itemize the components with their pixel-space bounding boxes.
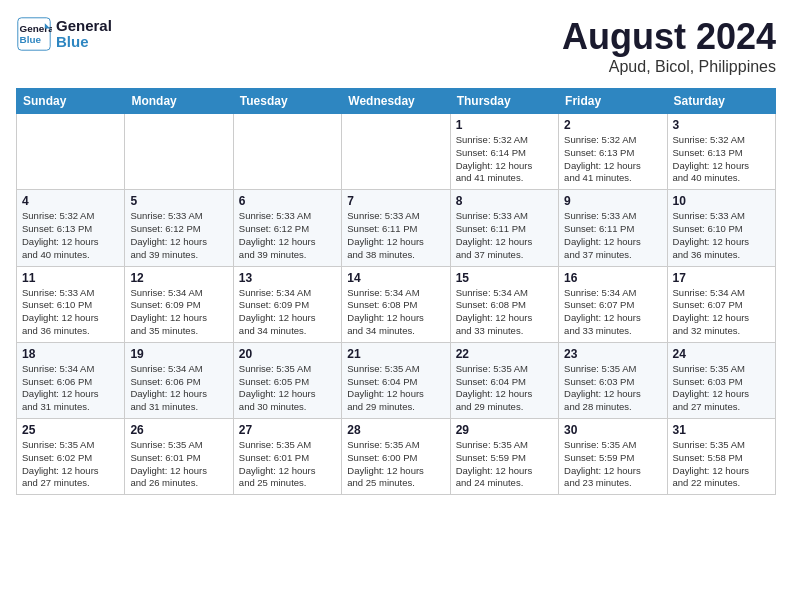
weekday-header-saturday: Saturday — [667, 89, 775, 114]
day-number: 30 — [564, 423, 661, 437]
svg-text:Blue: Blue — [20, 34, 42, 45]
logo-icon: General Blue — [16, 16, 52, 52]
day-info: Sunrise: 5:34 AMSunset: 6:06 PMDaylight:… — [22, 363, 119, 414]
day-number: 26 — [130, 423, 227, 437]
day-number: 21 — [347, 347, 444, 361]
day-info: Sunrise: 5:33 AMSunset: 6:12 PMDaylight:… — [130, 210, 227, 261]
day-number: 6 — [239, 194, 336, 208]
day-info: Sunrise: 5:34 AMSunset: 6:09 PMDaylight:… — [130, 287, 227, 338]
calendar-cell: 8Sunrise: 5:33 AMSunset: 6:11 PMDaylight… — [450, 190, 558, 266]
calendar-week-3: 11Sunrise: 5:33 AMSunset: 6:10 PMDayligh… — [17, 266, 776, 342]
day-info: Sunrise: 5:35 AMSunset: 5:58 PMDaylight:… — [673, 439, 770, 490]
calendar-cell: 21Sunrise: 5:35 AMSunset: 6:04 PMDayligh… — [342, 342, 450, 418]
day-number: 29 — [456, 423, 553, 437]
day-info: Sunrise: 5:35 AMSunset: 6:03 PMDaylight:… — [564, 363, 661, 414]
calendar-cell: 11Sunrise: 5:33 AMSunset: 6:10 PMDayligh… — [17, 266, 125, 342]
month-year: August 2024 — [562, 16, 776, 58]
day-info: Sunrise: 5:34 AMSunset: 6:08 PMDaylight:… — [347, 287, 444, 338]
day-number: 25 — [22, 423, 119, 437]
logo-line2: Blue — [56, 34, 112, 51]
day-number: 7 — [347, 194, 444, 208]
day-number: 8 — [456, 194, 553, 208]
weekday-header-thursday: Thursday — [450, 89, 558, 114]
logo: General Blue General Blue — [16, 16, 112, 52]
day-info: Sunrise: 5:35 AMSunset: 6:02 PMDaylight:… — [22, 439, 119, 490]
day-number: 16 — [564, 271, 661, 285]
day-info: Sunrise: 5:33 AMSunset: 6:10 PMDaylight:… — [673, 210, 770, 261]
day-info: Sunrise: 5:35 AMSunset: 5:59 PMDaylight:… — [456, 439, 553, 490]
calendar-cell: 5Sunrise: 5:33 AMSunset: 6:12 PMDaylight… — [125, 190, 233, 266]
calendar-cell: 9Sunrise: 5:33 AMSunset: 6:11 PMDaylight… — [559, 190, 667, 266]
day-number: 11 — [22, 271, 119, 285]
page-header: General Blue General Blue August 2024 Ap… — [16, 16, 776, 76]
calendar-cell: 17Sunrise: 5:34 AMSunset: 6:07 PMDayligh… — [667, 266, 775, 342]
weekday-header-monday: Monday — [125, 89, 233, 114]
calendar-cell: 14Sunrise: 5:34 AMSunset: 6:08 PMDayligh… — [342, 266, 450, 342]
calendar-cell: 20Sunrise: 5:35 AMSunset: 6:05 PMDayligh… — [233, 342, 341, 418]
day-info: Sunrise: 5:34 AMSunset: 6:07 PMDaylight:… — [673, 287, 770, 338]
calendar-cell: 6Sunrise: 5:33 AMSunset: 6:12 PMDaylight… — [233, 190, 341, 266]
calendar-cell: 31Sunrise: 5:35 AMSunset: 5:58 PMDayligh… — [667, 419, 775, 495]
calendar-week-1: 1Sunrise: 5:32 AMSunset: 6:14 PMDaylight… — [17, 114, 776, 190]
day-number: 4 — [22, 194, 119, 208]
day-number: 17 — [673, 271, 770, 285]
calendar-cell: 13Sunrise: 5:34 AMSunset: 6:09 PMDayligh… — [233, 266, 341, 342]
weekday-header-sunday: Sunday — [17, 89, 125, 114]
day-number: 14 — [347, 271, 444, 285]
day-info: Sunrise: 5:34 AMSunset: 6:08 PMDaylight:… — [456, 287, 553, 338]
day-info: Sunrise: 5:35 AMSunset: 6:05 PMDaylight:… — [239, 363, 336, 414]
day-info: Sunrise: 5:34 AMSunset: 6:07 PMDaylight:… — [564, 287, 661, 338]
day-number: 15 — [456, 271, 553, 285]
day-number: 3 — [673, 118, 770, 132]
day-number: 31 — [673, 423, 770, 437]
day-number: 28 — [347, 423, 444, 437]
day-number: 5 — [130, 194, 227, 208]
calendar-cell — [342, 114, 450, 190]
calendar-cell: 2Sunrise: 5:32 AMSunset: 6:13 PMDaylight… — [559, 114, 667, 190]
day-info: Sunrise: 5:33 AMSunset: 6:11 PMDaylight:… — [347, 210, 444, 261]
calendar-cell: 19Sunrise: 5:34 AMSunset: 6:06 PMDayligh… — [125, 342, 233, 418]
calendar-cell: 4Sunrise: 5:32 AMSunset: 6:13 PMDaylight… — [17, 190, 125, 266]
calendar-cell: 23Sunrise: 5:35 AMSunset: 6:03 PMDayligh… — [559, 342, 667, 418]
calendar-week-4: 18Sunrise: 5:34 AMSunset: 6:06 PMDayligh… — [17, 342, 776, 418]
day-info: Sunrise: 5:35 AMSunset: 6:04 PMDaylight:… — [456, 363, 553, 414]
calendar-cell: 3Sunrise: 5:32 AMSunset: 6:13 PMDaylight… — [667, 114, 775, 190]
day-info: Sunrise: 5:35 AMSunset: 6:01 PMDaylight:… — [130, 439, 227, 490]
day-number: 10 — [673, 194, 770, 208]
day-number: 1 — [456, 118, 553, 132]
calendar-cell: 29Sunrise: 5:35 AMSunset: 5:59 PMDayligh… — [450, 419, 558, 495]
day-info: Sunrise: 5:35 AMSunset: 6:00 PMDaylight:… — [347, 439, 444, 490]
day-info: Sunrise: 5:34 AMSunset: 6:06 PMDaylight:… — [130, 363, 227, 414]
calendar-cell: 24Sunrise: 5:35 AMSunset: 6:03 PMDayligh… — [667, 342, 775, 418]
calendar-cell: 30Sunrise: 5:35 AMSunset: 5:59 PMDayligh… — [559, 419, 667, 495]
day-info: Sunrise: 5:32 AMSunset: 6:14 PMDaylight:… — [456, 134, 553, 185]
day-info: Sunrise: 5:33 AMSunset: 6:11 PMDaylight:… — [564, 210, 661, 261]
day-number: 23 — [564, 347, 661, 361]
day-info: Sunrise: 5:32 AMSunset: 6:13 PMDaylight:… — [673, 134, 770, 185]
day-number: 20 — [239, 347, 336, 361]
day-info: Sunrise: 5:33 AMSunset: 6:11 PMDaylight:… — [456, 210, 553, 261]
svg-text:General: General — [20, 23, 52, 34]
day-info: Sunrise: 5:35 AMSunset: 6:03 PMDaylight:… — [673, 363, 770, 414]
day-number: 27 — [239, 423, 336, 437]
calendar-week-5: 25Sunrise: 5:35 AMSunset: 6:02 PMDayligh… — [17, 419, 776, 495]
calendar-cell: 16Sunrise: 5:34 AMSunset: 6:07 PMDayligh… — [559, 266, 667, 342]
calendar-cell: 26Sunrise: 5:35 AMSunset: 6:01 PMDayligh… — [125, 419, 233, 495]
day-info: Sunrise: 5:33 AMSunset: 6:10 PMDaylight:… — [22, 287, 119, 338]
logo-line1: General — [56, 18, 112, 35]
day-info: Sunrise: 5:34 AMSunset: 6:09 PMDaylight:… — [239, 287, 336, 338]
day-info: Sunrise: 5:35 AMSunset: 5:59 PMDaylight:… — [564, 439, 661, 490]
calendar-cell: 27Sunrise: 5:35 AMSunset: 6:01 PMDayligh… — [233, 419, 341, 495]
calendar-cell: 1Sunrise: 5:32 AMSunset: 6:14 PMDaylight… — [450, 114, 558, 190]
calendar-cell — [233, 114, 341, 190]
weekday-header-friday: Friday — [559, 89, 667, 114]
day-number: 9 — [564, 194, 661, 208]
calendar-cell: 18Sunrise: 5:34 AMSunset: 6:06 PMDayligh… — [17, 342, 125, 418]
calendar-cell: 28Sunrise: 5:35 AMSunset: 6:00 PMDayligh… — [342, 419, 450, 495]
calendar-cell: 25Sunrise: 5:35 AMSunset: 6:02 PMDayligh… — [17, 419, 125, 495]
day-info: Sunrise: 5:35 AMSunset: 6:04 PMDaylight:… — [347, 363, 444, 414]
day-info: Sunrise: 5:35 AMSunset: 6:01 PMDaylight:… — [239, 439, 336, 490]
calendar-cell — [125, 114, 233, 190]
calendar-table: SundayMondayTuesdayWednesdayThursdayFrid… — [16, 88, 776, 495]
title-block: August 2024 Apud, Bicol, Philippines — [562, 16, 776, 76]
